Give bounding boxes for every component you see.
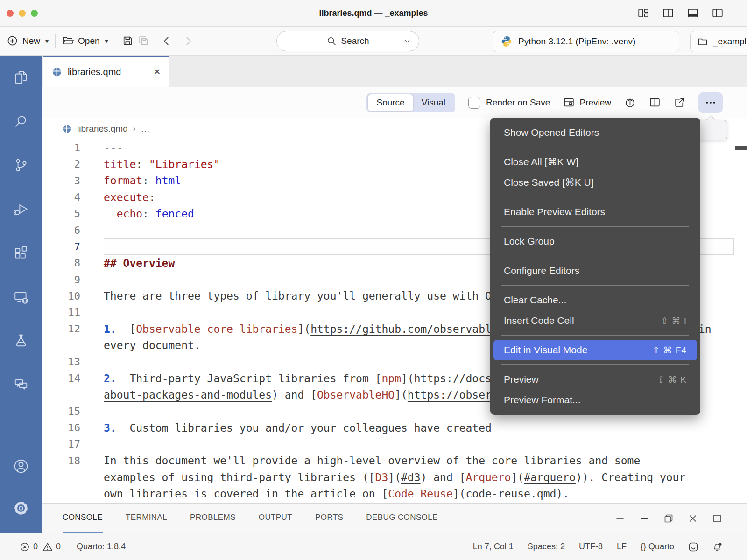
line-number: 10 xyxy=(42,290,104,302)
preview-icon xyxy=(563,97,575,108)
menu-item[interactable]: Preview Format... xyxy=(493,390,697,410)
code-line-18[interactable]: 18In this document we'll provide a high-… xyxy=(42,453,747,469)
status-item[interactable]: Quarto: 1.8.4 xyxy=(77,542,126,552)
app-window: libraries.qmd — _examples New ▾ Open ▾ S… xyxy=(0,0,747,560)
remote-explorer-icon[interactable] xyxy=(13,289,29,305)
comments-icon[interactable] xyxy=(13,377,29,392)
status-item-bell-dot[interactable] xyxy=(712,542,723,552)
editor-actions-menu: Show Opened EditorsClose All [⌘K W]Close… xyxy=(490,118,700,415)
menu-item[interactable]: Show Opened Editors xyxy=(493,122,697,143)
navigate-back-icon[interactable] xyxy=(161,35,173,47)
line-number: 9 xyxy=(42,274,104,286)
status-item-warning-triangle[interactable]: 0 xyxy=(42,542,61,552)
menu-separator xyxy=(501,147,689,147)
minimize-window-button[interactable] xyxy=(19,10,26,17)
line-number: 12 xyxy=(42,323,104,335)
interpreter-selector[interactable]: Python 3.12.1 (PipEnv: .venv) xyxy=(493,31,679,52)
restore-icon[interactable] xyxy=(663,513,674,524)
panel-tab-output[interactable]: OUTPUT xyxy=(259,504,292,533)
quarto-file-icon xyxy=(63,124,72,133)
code-line-18-wrap[interactable]: examples of using third-party libraries … xyxy=(42,469,747,485)
search-dropdown-icon[interactable] xyxy=(403,37,411,45)
zoom-window-button[interactable] xyxy=(31,10,38,17)
open-button[interactable]: Open xyxy=(78,36,99,46)
save-icon[interactable] xyxy=(122,35,134,47)
breadcrumb-file[interactable]: libraries.qmd xyxy=(77,124,128,134)
menu-item[interactable]: Lock Group xyxy=(493,231,697,252)
split-editor-icon[interactable] xyxy=(662,7,674,19)
open-external-icon[interactable] xyxy=(674,97,685,108)
menu-item[interactable]: Insert Code Cell⇧ ⌘ I xyxy=(493,310,697,331)
secondary-sidebar-icon[interactable] xyxy=(712,7,724,19)
source-control-icon[interactable] xyxy=(13,157,29,173)
line-number: 17 xyxy=(42,438,104,450)
open-dropdown-caret[interactable]: ▾ xyxy=(105,37,108,45)
source-mode-button[interactable]: Source xyxy=(368,94,413,111)
tab-close-icon[interactable]: ✕ xyxy=(154,67,161,77)
menu-item[interactable]: Preview⇧ ⌘ K xyxy=(493,369,697,390)
status-item[interactable]: {} Quarto xyxy=(641,542,674,552)
status-item[interactable]: Ln 7, Col 1 xyxy=(473,542,514,552)
extensions-icon[interactable] xyxy=(13,245,29,261)
status-item-feedback-smiley[interactable] xyxy=(688,542,698,552)
new-dropdown-caret[interactable]: ▾ xyxy=(45,37,49,45)
publish-icon[interactable] xyxy=(624,97,636,108)
render-on-save-label: Render on Save xyxy=(486,98,550,108)
new-button[interactable]: New xyxy=(22,36,40,46)
status-item[interactable]: Spaces: 2 xyxy=(528,542,565,552)
quarto-file-icon xyxy=(52,67,62,77)
panel-tab-ports[interactable]: PORTS xyxy=(315,504,343,533)
panel-tab-console[interactable]: CONSOLE xyxy=(63,504,103,533)
visual-mode-button[interactable]: Visual xyxy=(413,94,454,111)
menu-item[interactable]: Close All [⌘K W] xyxy=(493,152,697,172)
navigate-forward-icon xyxy=(182,35,194,47)
breadcrumb-separator: › xyxy=(133,124,136,133)
testing-icon[interactable] xyxy=(13,333,29,349)
status-item-error-circle[interactable]: 0 xyxy=(20,542,38,552)
window-title: libraries.qmd — _examples xyxy=(0,8,747,18)
status-item[interactable]: UTF-8 xyxy=(579,542,603,552)
files-icon[interactable] xyxy=(13,70,29,85)
maximize-icon[interactable] xyxy=(712,513,723,524)
line-number: 16 xyxy=(42,422,104,434)
menu-separator xyxy=(501,256,689,256)
plus-icon[interactable] xyxy=(614,513,626,524)
split-editor-icon[interactable] xyxy=(649,97,661,108)
project-selector[interactable]: _examples xyxy=(690,31,747,52)
panel-tab-problems[interactable]: PROBLEMS xyxy=(190,504,236,533)
menu-item[interactable]: Configure Editors xyxy=(493,260,697,281)
code-line-18-wrap[interactable]: own libraries is covered in the article … xyxy=(42,485,747,502)
line-number: 15 xyxy=(42,406,104,417)
panel-tab-debug-console[interactable]: DEBUG CONSOLE xyxy=(366,504,438,533)
menu-item[interactable]: Close Saved [⌘K U] xyxy=(493,172,697,193)
panel-tab-terminal[interactable]: TERMINAL xyxy=(126,504,167,533)
more-actions-button[interactable] xyxy=(698,92,723,113)
account-icon[interactable] xyxy=(13,458,29,474)
settings-gear-icon[interactable] xyxy=(13,500,29,516)
panel-bottom-icon[interactable] xyxy=(687,7,699,19)
line-number: 11 xyxy=(42,307,104,318)
menu-item[interactable]: Clear Cache... xyxy=(493,290,697,310)
layout-custom-icon[interactable] xyxy=(637,7,649,19)
bell-dot-icon xyxy=(712,542,723,552)
run-debug-icon[interactable] xyxy=(13,201,29,217)
close-window-button[interactable] xyxy=(7,10,14,17)
search-placeholder: Search xyxy=(341,36,369,46)
code-line-16[interactable]: 163. Custom libraries you and/or your co… xyxy=(42,420,747,436)
breadcrumb-more[interactable]: … xyxy=(141,124,149,134)
main-toolbar: New ▾ Open ▾ Search Python 3.12.1 (PipEn… xyxy=(0,27,747,56)
code-line-17[interactable]: 17 xyxy=(42,436,747,452)
menu-item[interactable]: Edit in Visual Mode⇧ ⌘ F4 xyxy=(493,340,697,360)
tab-libraries-qmd[interactable]: libraries.qmd ✕ xyxy=(43,56,169,87)
line-number: 14 xyxy=(42,372,104,384)
search-input[interactable]: Search xyxy=(276,31,419,51)
search-icon[interactable] xyxy=(13,113,29,129)
status-item[interactable]: LF xyxy=(617,542,627,552)
close-icon[interactable] xyxy=(687,513,698,524)
render-on-save-checkbox[interactable] xyxy=(468,97,480,109)
scrollbar-thumb[interactable] xyxy=(735,146,747,150)
menu-separator xyxy=(501,335,689,336)
menu-item[interactable]: Enable Preview Editors xyxy=(493,202,697,222)
minimize-icon[interactable] xyxy=(639,513,650,524)
preview-button[interactable]: Preview xyxy=(563,97,611,108)
